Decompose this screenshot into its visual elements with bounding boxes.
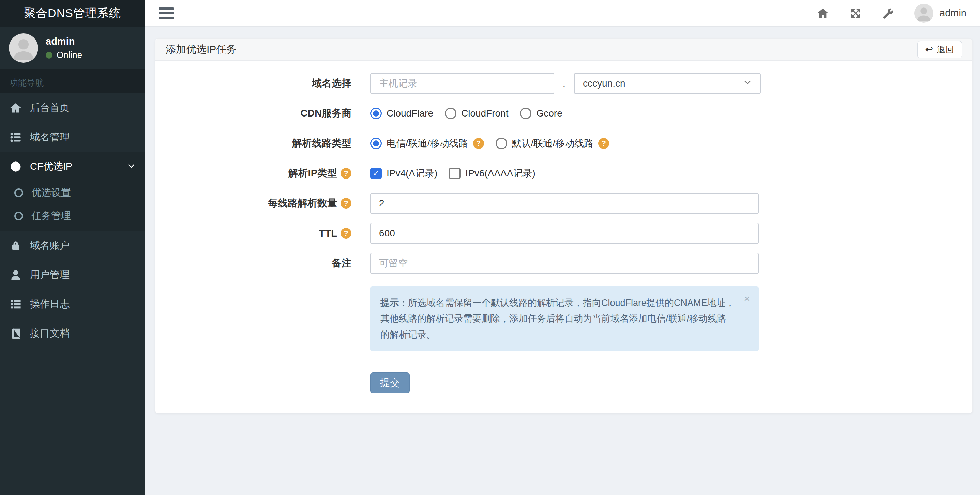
top-navbar: admin [145, 0, 980, 27]
checkbox-ipv6[interactable]: IPv6(AAAA记录) [449, 167, 535, 180]
per-line-label: 每线路解析数量 ? [156, 197, 370, 210]
domain-separator: . [554, 78, 574, 89]
sidebar-item-domain-accounts[interactable]: 域名账户 [0, 231, 145, 260]
radio-gcore[interactable]: Gcore [520, 108, 562, 119]
checkbox-ipv4[interactable]: ✓ IPv4(A记录) [370, 167, 438, 180]
sidebar-item-operation-logs[interactable]: 操作日志 [0, 290, 145, 319]
app-logo[interactable]: 聚合DNS管理系统 [0, 0, 145, 27]
sidebar-item-label: CF优选IP [30, 160, 72, 173]
circle-icon [14, 211, 23, 221]
ttl-input[interactable] [370, 223, 759, 244]
help-icon[interactable]: ? [340, 228, 352, 239]
option-label: Gcore [536, 108, 562, 119]
sidebar-toggle-button[interactable] [159, 8, 173, 19]
navbar-user-menu[interactable]: admin [914, 4, 966, 23]
help-icon[interactable]: ? [340, 198, 352, 209]
label-text: 解析IP类型 [288, 167, 337, 180]
option-label: CloudFlare [387, 108, 433, 119]
main-content: 添加优选IP任务 ↩ 返回 域名选择 . cccyun.cn [145, 27, 980, 495]
sidebar-item-label: 任务管理 [31, 209, 71, 223]
back-button[interactable]: ↩ 返回 [917, 41, 962, 58]
wrench-icon[interactable] [881, 6, 895, 20]
sidebar-item-task-management[interactable]: 任务管理 [0, 205, 145, 228]
label-text: TTL [319, 228, 337, 239]
user-icon [10, 269, 22, 281]
sidebar-item-label: 操作日志 [30, 297, 70, 311]
app-title: 聚合DNS管理系统 [24, 5, 121, 21]
remark-input[interactable] [370, 253, 759, 274]
back-arrow-icon: ↩ [925, 45, 933, 54]
form-row-remark: 备注 [156, 253, 972, 274]
option-label: CloudFront [461, 108, 509, 119]
host-record-input[interactable] [370, 73, 554, 94]
close-icon[interactable]: × [744, 294, 750, 304]
hint-prefix: 提示： [380, 298, 408, 308]
help-icon[interactable]: ? [473, 138, 484, 149]
user-silhouette-icon [9, 33, 38, 63]
domain-select[interactable]: cccyun.cn [574, 73, 761, 94]
sidebar-item-preferred-settings[interactable]: 优选设置 [0, 181, 145, 205]
sidebar-username: admin [46, 36, 82, 47]
home-icon[interactable] [816, 6, 830, 20]
sidebar-item-label: 域名账户 [30, 239, 70, 252]
sidebar-item-user-management[interactable]: 用户管理 [0, 260, 145, 290]
form-row-ttl: TTL ? [156, 223, 972, 244]
radio-icon [445, 108, 457, 119]
hint-text: 所选域名需保留一个默认线路的解析记录，指向CloudFlare提供的CNAME地… [380, 298, 735, 340]
sidebar-section-label: 功能导航 [0, 70, 145, 94]
sidebar-item-dashboard[interactable]: 后台首页 [0, 94, 145, 123]
radio-cloudfront[interactable]: CloudFront [445, 108, 509, 119]
lock-icon [10, 240, 22, 252]
ttl-label: TTL ? [156, 228, 370, 239]
radio-icon [496, 138, 507, 149]
form-row-cdn: CDN服务商 CloudFlare CloudFront Gcore [156, 103, 972, 124]
checkbox-checked-icon: ✓ [370, 168, 382, 179]
sidebar-menu: 后台首页 域名管理 CF优选IP [0, 94, 145, 348]
fullscreen-icon[interactable] [849, 6, 862, 20]
card-header: 添加优选IP任务 ↩ 返回 [156, 39, 972, 61]
status-label: Online [57, 50, 82, 60]
radio-checked-icon [370, 138, 382, 149]
option-label: 默认/联通/移动线路 [512, 137, 594, 150]
per-line-count-input[interactable] [370, 193, 759, 214]
domain-select-value: cccyun.cn [583, 78, 625, 89]
submit-button[interactable]: 提交 [370, 372, 410, 393]
sidebar-item-cf-ip[interactable]: CF优选IP [0, 152, 145, 181]
avatar [9, 33, 38, 63]
sidebar-item-domains[interactable]: 域名管理 [0, 123, 145, 152]
user-status: Online [46, 50, 82, 60]
sidebar-item-label: 接口文档 [30, 327, 70, 340]
radio-line-telecom[interactable]: 电信/联通/移动线路 ? [370, 137, 484, 150]
sidebar-user-panel: admin Online [0, 27, 145, 70]
add-task-form: 域名选择 . cccyun.cn CDN服务商 [156, 61, 972, 413]
user-silhouette-icon [914, 4, 933, 23]
help-icon[interactable]: ? [340, 168, 352, 179]
option-label: 电信/联通/移动线路 [387, 137, 468, 150]
sidebar-item-label: 后台首页 [30, 101, 70, 115]
sidebar-treeview-cf: CF优选IP 优选设置 任务管理 [0, 152, 145, 231]
ip-type-label: 解析IP类型 ? [156, 167, 370, 180]
sidebar-item-label: 优选设置 [31, 186, 71, 200]
form-row-domain: 域名选择 . cccyun.cn [156, 73, 972, 94]
domain-label: 域名选择 [156, 77, 370, 90]
help-icon[interactable]: ? [598, 138, 609, 149]
form-row-ip-type: 解析IP类型 ? ✓ IPv4(A记录) IPv6(AAAA记录) [156, 163, 972, 184]
sidebar-item-api-docs[interactable]: 接口文档 [0, 319, 145, 348]
hint-alert: 提示：所选域名需保留一个默认线路的解析记录，指向CloudFlare提供的CNA… [370, 286, 759, 351]
radio-icon [520, 108, 531, 119]
cdn-label: CDN服务商 [156, 106, 370, 120]
globe-icon [10, 160, 22, 173]
radio-cloudflare[interactable]: CloudFlare [370, 108, 433, 119]
book-icon [10, 327, 22, 340]
radio-line-default[interactable]: 默认/联通/移动线路 ? [496, 137, 609, 150]
option-label: IPv4(A记录) [387, 167, 438, 180]
remark-label: 备注 [156, 257, 370, 270]
sidebar-item-label: 用户管理 [30, 268, 70, 282]
label-text: CDN服务商 [300, 106, 352, 120]
label-text: 备注 [332, 257, 352, 270]
sidebar: 聚合DNS管理系统 admin Online 功能导航 后台首页 [0, 0, 145, 495]
select-chevron-icon [743, 78, 752, 89]
checkbox-icon [449, 168, 460, 179]
label-text: 每线路解析数量 [268, 197, 337, 210]
chevron-down-icon [127, 161, 135, 172]
